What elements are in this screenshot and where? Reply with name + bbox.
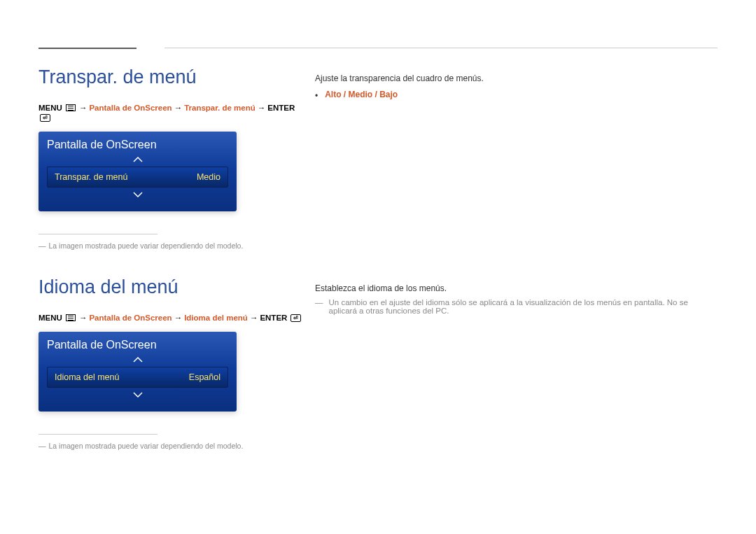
language-note: Un cambio en el ajuste del idioma sólo s… (329, 298, 718, 315)
osd-panel-title: Pantalla de OnScreen (47, 339, 228, 351)
osd-panel-language: Pantalla de OnScreen Idioma del menú Esp… (38, 332, 237, 412)
arrow-icon: → (79, 314, 88, 322)
footnote-divider (38, 234, 158, 234)
section-transparency-left: Transpar. de menú MENU → Pantalla de OnS… (38, 66, 304, 250)
arrow-icon: → (258, 104, 266, 112)
menu-icon (66, 314, 76, 321)
page-top-divider (164, 48, 718, 48)
enter-icon: ⏎ (290, 314, 301, 322)
language-note-line: ― Un cambio en el ajuste del idioma sólo… (315, 298, 718, 315)
heading-language: Idioma del menú (38, 276, 304, 298)
osd-row-label: Idioma del menú (55, 372, 119, 382)
breadcrumb-path-2: Idioma del menú (184, 314, 248, 322)
footnote-text: La imagen mostrada puede variar dependie… (49, 442, 244, 450)
arrow-icon: → (174, 314, 183, 322)
section-transparency-right: Ajuste la transparencia del cuadro de me… (315, 71, 718, 104)
osd-panel-transparency: Pantalla de OnScreen Transpar. de menú M… (38, 132, 237, 211)
osd-row-value: Español (189, 372, 220, 382)
dash-icon: ― (38, 442, 46, 450)
bullet-icon: • (315, 90, 318, 103)
dash-icon: ― (315, 298, 323, 307)
footnote-transparency: ―La imagen mostrada puede variar dependi… (38, 241, 304, 250)
breadcrumb-enter-label: ENTER (260, 314, 287, 322)
breadcrumb-path-2: Transpar. de menú (184, 104, 255, 112)
page-top-marker (38, 48, 136, 49)
breadcrumb-enter-label: ENTER (267, 104, 295, 112)
section-language-right: Establezca el idioma de los menús. ― Un … (315, 281, 718, 315)
breadcrumb-path-1: Pantalla de OnScreen (89, 104, 172, 112)
osd-menu-row-transparency[interactable]: Transpar. de menú Medio (47, 167, 228, 188)
arrow-icon: → (250, 314, 258, 322)
footnote-divider (38, 434, 158, 435)
chevron-down-icon[interactable] (47, 190, 228, 202)
chevron-down-icon[interactable] (47, 391, 228, 402)
arrow-icon: → (174, 104, 183, 112)
breadcrumb-language: MENU → Pantalla de OnScreen → Idioma del… (38, 314, 304, 322)
footnote-text: La imagen mostrada puede variar dependie… (49, 241, 244, 250)
heading-transparency: Transpar. de menú (38, 66, 304, 88)
osd-panel-title: Pantalla de OnScreen (47, 139, 228, 151)
footnote-language: ―La imagen mostrada puede variar dependi… (38, 442, 304, 450)
osd-row-value: Medio (197, 172, 220, 182)
menu-icon (66, 104, 76, 111)
section-language-left: Idioma del menú MENU → Pantalla de OnScr… (38, 276, 304, 450)
transparency-description: Ajuste la transparencia del cuadro de me… (315, 71, 718, 85)
chevron-up-icon[interactable] (47, 356, 228, 367)
enter-icon: ⏎ (40, 114, 50, 122)
arrow-icon: → (79, 104, 88, 112)
breadcrumb-transparency: MENU → Pantalla de OnScreen → Transpar. … (38, 104, 304, 122)
dash-icon: ― (38, 241, 46, 250)
osd-menu-row-language[interactable]: Idioma del menú Español (47, 367, 228, 388)
breadcrumb-path-1: Pantalla de OnScreen (89, 314, 172, 322)
transparency-options: Alto / Medio / Bajo (325, 90, 398, 99)
osd-row-label: Transpar. de menú (55, 172, 127, 182)
language-description: Establezca el idioma de los menús. (315, 281, 718, 295)
breadcrumb-menu-label: MENU (38, 314, 62, 322)
breadcrumb-menu-label: MENU (38, 104, 62, 112)
chevron-up-icon[interactable] (47, 155, 228, 167)
transparency-options-line: • Alto / Medio / Bajo (315, 90, 718, 103)
